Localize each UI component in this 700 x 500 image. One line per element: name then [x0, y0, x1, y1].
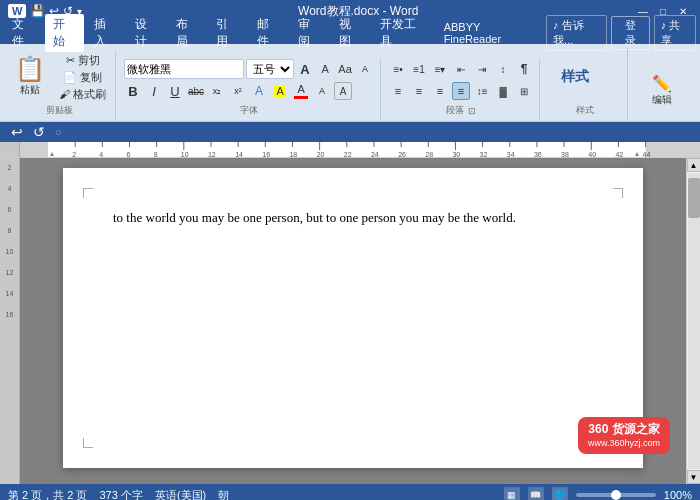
- menu-mailing[interactable]: 邮件: [249, 14, 288, 52]
- svg-text:42: 42: [615, 151, 623, 157]
- copy-button[interactable]: 📄 复制: [54, 69, 111, 85]
- font-color-button[interactable]: A: [292, 82, 310, 100]
- menu-bar: 文件 开始 插入 设计 布局 引用 邮件 审阅 视图 开发工具 ABBYY Fi…: [0, 22, 700, 44]
- borders-button[interactable]: ⊞: [515, 82, 533, 100]
- redo-button[interactable]: ↺: [30, 124, 48, 140]
- sort-button[interactable]: ↕: [494, 60, 512, 78]
- page-info: 第 2 页，共 2 页: [8, 488, 87, 501]
- status-bar: 第 2 页，共 2 页 373 个字 英语(美国) 朝 ▦ 📖 🌐 100%: [0, 484, 700, 500]
- zoom-slider[interactable]: [576, 493, 656, 497]
- italic-button[interactable]: I: [145, 82, 163, 100]
- watermark-badge: 360 货源之家 www.360hyzj.com: [578, 417, 670, 454]
- editing-button[interactable]: ✏️ 编辑: [636, 65, 688, 115]
- increase-font-button[interactable]: A: [296, 60, 314, 78]
- scroll-up-button[interactable]: ▲: [687, 158, 701, 172]
- character-shading-button[interactable]: A: [313, 82, 331, 100]
- scroll-down-button[interactable]: ▼: [687, 470, 701, 484]
- scroll-track: [688, 173, 700, 469]
- corner-bl: [83, 438, 93, 448]
- repeat-button[interactable]: ○: [52, 126, 65, 138]
- menu-references[interactable]: 引用: [208, 14, 247, 52]
- subscript-button[interactable]: x₂: [208, 82, 226, 100]
- shading-button[interactable]: ▓: [494, 82, 512, 100]
- para-row2: ≡ ≡ ≡ ≡ ↕≡ ▓ ⊞: [389, 82, 533, 100]
- multilevel-button[interactable]: ≡▾: [431, 60, 449, 78]
- align-center-button[interactable]: ≡: [410, 82, 428, 100]
- clear-format-button[interactable]: Aa: [336, 60, 354, 78]
- share-button[interactable]: ♪ 共享: [654, 15, 696, 51]
- styles-group-label: 样式: [548, 104, 621, 117]
- cut-button[interactable]: ✂ 剪切: [54, 52, 111, 68]
- decrease-font-button[interactable]: A: [316, 60, 334, 78]
- menu-insert[interactable]: 插入: [86, 14, 125, 52]
- align-right-button[interactable]: ≡: [431, 82, 449, 100]
- font-name-input[interactable]: 微软雅黑: [124, 59, 244, 79]
- tell-me[interactable]: ♪ 告诉我...: [546, 15, 607, 51]
- strikethrough-button[interactable]: abc: [187, 82, 205, 100]
- line-spacing-button[interactable]: ↕≡: [473, 82, 491, 100]
- char-border-button[interactable]: A: [334, 82, 352, 100]
- document-text[interactable]: to the world you may be one person, but …: [113, 208, 593, 228]
- zoom-thumb[interactable]: [611, 490, 621, 500]
- svg-text:40: 40: [588, 151, 596, 157]
- para-row1: ≡• ≡1 ≡▾ ⇤ ⇥ ↕ ¶: [389, 60, 533, 78]
- svg-rect-0: [20, 142, 48, 157]
- document-area: to the world you may be one person, but …: [20, 158, 686, 484]
- justify-button[interactable]: ≡: [452, 82, 470, 100]
- para-dialog-launcher[interactable]: ⊡: [468, 106, 476, 116]
- scroll-thumb[interactable]: [688, 178, 700, 218]
- menu-design[interactable]: 设计: [127, 14, 166, 52]
- menu-view[interactable]: 视图: [331, 14, 370, 52]
- document-page: to the world you may be one person, but …: [63, 168, 643, 468]
- menu-file[interactable]: 文件: [4, 14, 43, 52]
- left-ruler: 2 4 6 8 10 12 14 16: [0, 158, 20, 484]
- bold-button[interactable]: B: [124, 82, 142, 100]
- svg-text:24: 24: [371, 151, 379, 157]
- paste-button[interactable]: 📋 粘贴: [8, 52, 52, 102]
- print-view-button[interactable]: ▦: [504, 487, 520, 500]
- indent-dec-button[interactable]: ⇤: [452, 60, 470, 78]
- format-painter-button[interactable]: 🖌 格式刷: [54, 86, 111, 102]
- language: 英语(美国): [155, 488, 206, 501]
- clipboard-group: 📋 粘贴 ✂ 剪切 📄 复制 🖌 格式刷 剪贴板: [8, 52, 116, 121]
- styles-button[interactable]: 样式: [548, 52, 602, 102]
- svg-rect-1: [646, 142, 700, 157]
- clipboard-label: 剪贴板: [8, 104, 111, 117]
- underline-button[interactable]: U: [166, 82, 184, 100]
- editing-label: 编辑: [652, 93, 672, 107]
- svg-text:22: 22: [344, 151, 352, 157]
- svg-text:34: 34: [507, 151, 515, 157]
- numbering-button[interactable]: ≡1: [410, 60, 428, 78]
- menu-review[interactable]: 审阅: [290, 14, 329, 52]
- read-view-button[interactable]: 📖: [528, 487, 544, 500]
- svg-text:4: 4: [99, 151, 103, 157]
- text-effect-button[interactable]: A: [250, 82, 268, 100]
- highlight-color-button[interactable]: A: [271, 82, 289, 100]
- show-para-button[interactable]: ¶: [515, 60, 533, 78]
- undo-button[interactable]: ↩: [8, 124, 26, 140]
- svg-text:28: 28: [425, 151, 433, 157]
- undo-redo-bar: ↩ ↺ ○: [0, 122, 700, 142]
- clear-all-format-button[interactable]: A: [356, 60, 374, 78]
- ribbon: 📋 粘贴 ✂ 剪切 📄 复制 🖌 格式刷 剪贴板 微软雅黑 五号小四四号三号: [0, 44, 700, 122]
- corner-tr: [613, 188, 623, 198]
- login-button[interactable]: 登录: [611, 16, 649, 50]
- ruler-main: 2468101214161820222426283032343638404244: [20, 142, 700, 157]
- superscript-button[interactable]: x²: [229, 82, 247, 100]
- font-group: 微软雅黑 五号小四四号三号 A A Aa A B I U abc x₂ x²: [124, 59, 381, 121]
- svg-text:8: 8: [154, 151, 158, 157]
- font-size-select[interactable]: 五号小四四号三号: [246, 59, 294, 79]
- menu-home[interactable]: 开始: [45, 14, 84, 52]
- menu-developer[interactable]: 开发工具: [372, 14, 434, 52]
- menu-abbyy[interactable]: ABBYY FineReader: [436, 19, 544, 47]
- svg-text:10: 10: [181, 151, 189, 157]
- menu-layout[interactable]: 布局: [168, 14, 207, 52]
- right-scrollbar: ▲ ▼: [686, 158, 700, 484]
- bullets-button[interactable]: ≡•: [389, 60, 407, 78]
- indent-inc-button[interactable]: ⇥: [473, 60, 491, 78]
- svg-text:6: 6: [126, 151, 130, 157]
- web-view-button[interactable]: 🌐: [552, 487, 568, 500]
- word-count: 373 个字: [99, 488, 142, 501]
- font-format-row: B I U abc x₂ x² A A A A A: [124, 82, 374, 100]
- align-left-button[interactable]: ≡: [389, 82, 407, 100]
